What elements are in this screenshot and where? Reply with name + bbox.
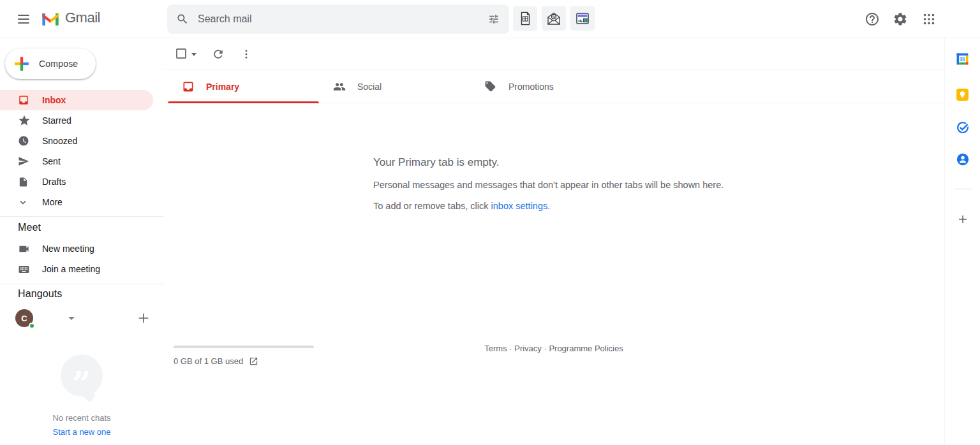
help-icon[interactable] bbox=[864, 11, 880, 27]
meet-nav: New meeting Join a meeting bbox=[0, 238, 163, 279]
hangouts-empty-state: ” No recent chats Start a new one bbox=[0, 354, 163, 437]
gmail-app: Gmail @ bbox=[0, 0, 980, 445]
header: Gmail @ bbox=[0, 0, 980, 38]
apps-grid-icon[interactable] bbox=[921, 11, 937, 27]
storage-usage-text: 0 GB of 1 GB used bbox=[174, 356, 243, 366]
more-options-icon[interactable] bbox=[239, 47, 254, 62]
clock-icon bbox=[18, 135, 31, 147]
get-addons-plus-icon[interactable] bbox=[955, 212, 970, 227]
hangouts-account-row: C bbox=[0, 309, 163, 329]
sidebar-item-label: Drafts bbox=[42, 177, 66, 187]
new-meeting-item[interactable]: New meeting bbox=[0, 238, 153, 259]
sidebar-item-label: Sent bbox=[42, 156, 61, 166]
search-icon[interactable] bbox=[167, 4, 198, 34]
file-icon bbox=[18, 175, 31, 188]
select-all-checkbox[interactable] bbox=[176, 48, 186, 59]
contacts-icon[interactable] bbox=[955, 152, 970, 167]
svg-text:@: @ bbox=[552, 14, 556, 19]
meet-item-label: Join a meeting bbox=[42, 264, 100, 274]
settings-gear-icon[interactable] bbox=[892, 11, 909, 27]
avatar[interactable]: C bbox=[15, 309, 33, 327]
sidebar-item-inbox[interactable]: Inbox bbox=[0, 90, 153, 110]
tab-label: Social bbox=[357, 82, 382, 92]
select-dropdown-icon[interactable] bbox=[191, 53, 197, 56]
hangouts-section-title: Hangouts bbox=[18, 288, 62, 300]
star-icon bbox=[18, 114, 31, 127]
sidebar-item-starred[interactable]: Starred bbox=[0, 110, 153, 131]
people-icon bbox=[333, 80, 346, 93]
avatar-letter: C bbox=[21, 314, 27, 323]
hamburger-menu-icon[interactable] bbox=[15, 11, 32, 27]
refresh-icon[interactable] bbox=[211, 47, 226, 62]
sidebar: Compose Inbox Starred Snoozed bbox=[0, 38, 163, 445]
keep-icon[interactable] bbox=[955, 87, 970, 102]
inbox-icon bbox=[18, 94, 31, 106]
tasks-icon[interactable] bbox=[955, 120, 970, 135]
hangouts-bubble-icon: ” bbox=[61, 354, 103, 397]
inbox-tab-icon bbox=[182, 80, 195, 93]
empty-description: Personal messages and messages that don'… bbox=[373, 180, 724, 190]
doc-table-extension-icon[interactable] bbox=[513, 6, 537, 31]
sidebar-item-drafts[interactable]: Drafts bbox=[0, 171, 153, 192]
online-status-dot bbox=[29, 323, 35, 329]
hangouts-dropdown-icon[interactable] bbox=[68, 317, 75, 320]
send-icon bbox=[18, 155, 31, 168]
right-side-panel: 31 bbox=[944, 38, 980, 445]
join-meeting-item[interactable]: Join a meeting bbox=[0, 259, 153, 279]
sidebar-item-snoozed[interactable]: Snoozed bbox=[0, 131, 153, 151]
sidebar-item-label: More bbox=[42, 197, 63, 207]
rail-divider bbox=[954, 189, 972, 189]
sidebar-item-label: Starred bbox=[42, 115, 71, 126]
sidebar-divider bbox=[0, 216, 163, 217]
inbox-tabs: Primary Social Promotions bbox=[163, 70, 944, 103]
search-options-icon[interactable] bbox=[479, 4, 509, 34]
tag-icon bbox=[484, 80, 497, 93]
mail-at-extension-icon[interactable]: @ bbox=[542, 6, 566, 31]
calendar-icon[interactable]: 31 bbox=[955, 51, 970, 66]
main-content: Primary Social Promotions Your Primary t… bbox=[163, 38, 944, 445]
hangouts-new-chat-plus-icon[interactable] bbox=[137, 311, 151, 325]
tab-social[interactable]: Social bbox=[319, 70, 470, 103]
search-bar bbox=[167, 4, 509, 34]
keyboard-icon bbox=[18, 263, 31, 275]
compose-label: Compose bbox=[39, 59, 78, 69]
open-in-new-icon[interactable] bbox=[249, 356, 258, 366]
svg-text:31: 31 bbox=[960, 56, 965, 62]
video-camera-icon bbox=[18, 242, 31, 255]
sidebar-item-sent[interactable]: Sent bbox=[0, 151, 153, 171]
empty-title: Your Primary tab is empty. bbox=[373, 156, 724, 169]
sidebar-nav: Inbox Starred Snoozed Sent bbox=[0, 90, 163, 212]
compose-button[interactable]: Compose bbox=[5, 48, 96, 79]
sidebar-item-more[interactable]: More bbox=[0, 192, 153, 212]
gmail-m-icon bbox=[41, 11, 60, 26]
app-title: Gmail bbox=[65, 10, 100, 26]
multicolor-plus-icon bbox=[13, 55, 30, 72]
primary-empty-state: Your Primary tab is empty. Personal mess… bbox=[373, 156, 724, 222]
dashboard-extension-icon[interactable] bbox=[570, 6, 595, 31]
tab-promotions[interactable]: Promotions bbox=[470, 70, 621, 103]
sidebar-item-label: Inbox bbox=[42, 95, 66, 105]
inbox-settings-link[interactable]: inbox settings bbox=[491, 201, 548, 211]
start-new-chat-link[interactable]: Start a new one bbox=[0, 427, 163, 437]
chevron-down-icon bbox=[18, 196, 31, 208]
legal-links[interactable]: Terms · Privacy · Programme Policies bbox=[163, 344, 944, 353]
gmail-logo[interactable]: Gmail bbox=[41, 10, 100, 26]
tab-label: Promotions bbox=[509, 82, 554, 92]
no-recent-chats-text: No recent chats bbox=[0, 413, 163, 423]
meet-item-label: New meeting bbox=[42, 244, 94, 254]
meet-section-title: Meet bbox=[18, 222, 41, 233]
search-input[interactable] bbox=[198, 13, 479, 25]
tab-primary[interactable]: Primary bbox=[168, 70, 319, 103]
sidebar-divider bbox=[0, 284, 163, 284]
empty-action-line: To add or remove tabs, click inbox setti… bbox=[373, 201, 724, 211]
list-toolbar bbox=[163, 38, 944, 70]
tab-label: Primary bbox=[206, 82, 239, 92]
sidebar-item-label: Snoozed bbox=[42, 136, 77, 146]
